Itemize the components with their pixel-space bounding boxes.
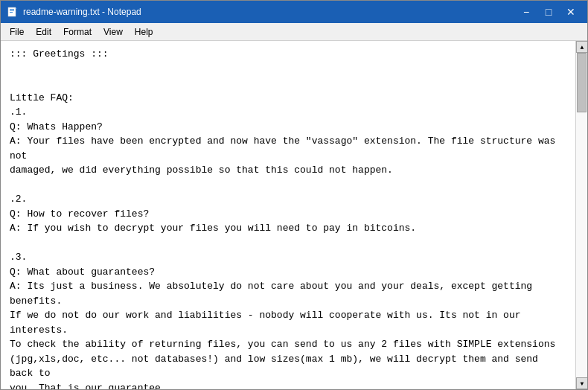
- text-editor[interactable]: ::: Greetings ::: Little FAQ: .1. Q: Wha…: [1, 41, 575, 389]
- scroll-up-button[interactable]: ▲: [576, 41, 587, 53]
- content-area: ::: Greetings ::: Little FAQ: .1. Q: Wha…: [1, 41, 587, 389]
- app-icon: [7, 6, 19, 18]
- title-bar-left: readme-warning.txt - Notepad: [7, 6, 141, 18]
- scrollbar-thumb[interactable]: [577, 53, 587, 112]
- close-button[interactable]: ✕: [560, 4, 581, 20]
- window-controls: − □ ✕: [516, 4, 581, 20]
- menu-edit[interactable]: Edit: [30, 25, 57, 39]
- vertical-scrollbar[interactable]: ▲ ▼: [575, 41, 587, 389]
- maximize-button[interactable]: □: [538, 4, 559, 20]
- minimize-button[interactable]: −: [516, 4, 537, 20]
- title-bar: readme-warning.txt - Notepad − □ ✕: [1, 1, 587, 23]
- svg-marker-4: [16, 7, 17, 9]
- menu-bar: File Edit Format View Help: [1, 23, 587, 41]
- menu-view[interactable]: View: [98, 25, 129, 39]
- window-title: readme-warning.txt - Notepad: [23, 7, 141, 17]
- menu-file[interactable]: File: [4, 25, 30, 39]
- scrollbar-track[interactable]: [576, 53, 587, 377]
- svg-rect-1: [10, 9, 14, 10]
- svg-rect-3: [10, 12, 13, 13]
- notepad-window: readme-warning.txt - Notepad − □ ✕ File …: [0, 0, 588, 390]
- menu-format[interactable]: Format: [57, 25, 98, 39]
- scroll-down-button[interactable]: ▼: [576, 377, 587, 389]
- menu-help[interactable]: Help: [129, 25, 159, 39]
- svg-rect-2: [10, 10, 14, 11]
